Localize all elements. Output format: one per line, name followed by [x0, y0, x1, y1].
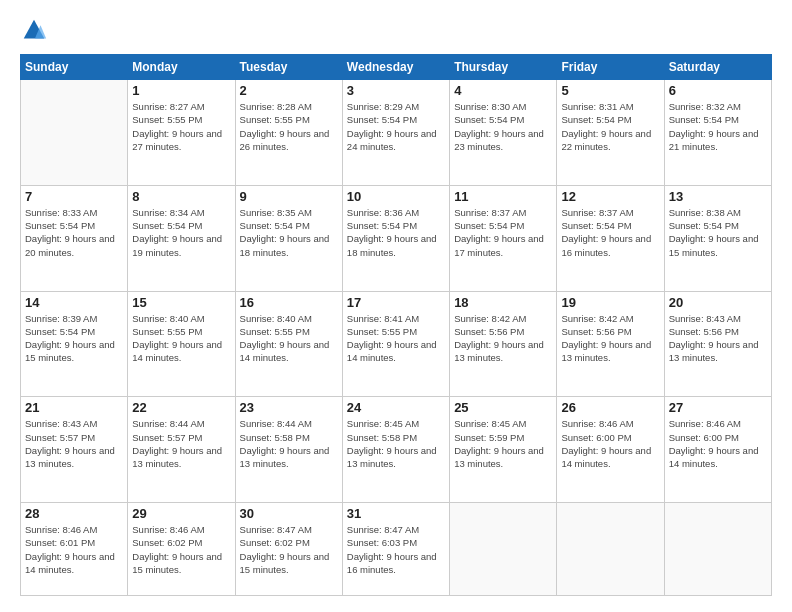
calendar-cell: 23Sunrise: 8:44 AM Sunset: 5:58 PM Dayli…: [235, 397, 342, 503]
day-info: Sunrise: 8:42 AM Sunset: 5:56 PM Dayligh…: [454, 312, 552, 365]
day-info: Sunrise: 8:47 AM Sunset: 6:02 PM Dayligh…: [240, 523, 338, 576]
calendar-cell: 28Sunrise: 8:46 AM Sunset: 6:01 PM Dayli…: [21, 503, 128, 596]
day-number: 1: [132, 83, 230, 98]
calendar-cell: 24Sunrise: 8:45 AM Sunset: 5:58 PM Dayli…: [342, 397, 449, 503]
calendar-cell: 1Sunrise: 8:27 AM Sunset: 5:55 PM Daylig…: [128, 80, 235, 186]
day-info: Sunrise: 8:46 AM Sunset: 6:02 PM Dayligh…: [132, 523, 230, 576]
day-number: 23: [240, 400, 338, 415]
day-info: Sunrise: 8:31 AM Sunset: 5:54 PM Dayligh…: [561, 100, 659, 153]
calendar-cell: [21, 80, 128, 186]
day-info: Sunrise: 8:35 AM Sunset: 5:54 PM Dayligh…: [240, 206, 338, 259]
day-info: Sunrise: 8:28 AM Sunset: 5:55 PM Dayligh…: [240, 100, 338, 153]
day-info: Sunrise: 8:45 AM Sunset: 5:58 PM Dayligh…: [347, 417, 445, 470]
logo: [20, 16, 52, 44]
day-number: 13: [669, 189, 767, 204]
day-number: 6: [669, 83, 767, 98]
day-info: Sunrise: 8:27 AM Sunset: 5:55 PM Dayligh…: [132, 100, 230, 153]
day-number: 24: [347, 400, 445, 415]
calendar-cell: 29Sunrise: 8:46 AM Sunset: 6:02 PM Dayli…: [128, 503, 235, 596]
header: [20, 16, 772, 44]
calendar-cell: 16Sunrise: 8:40 AM Sunset: 5:55 PM Dayli…: [235, 291, 342, 397]
calendar-cell: 7Sunrise: 8:33 AM Sunset: 5:54 PM Daylig…: [21, 185, 128, 291]
calendar-cell: 15Sunrise: 8:40 AM Sunset: 5:55 PM Dayli…: [128, 291, 235, 397]
day-number: 27: [669, 400, 767, 415]
calendar-cell: 25Sunrise: 8:45 AM Sunset: 5:59 PM Dayli…: [450, 397, 557, 503]
weekday-header: Thursday: [450, 55, 557, 80]
calendar-cell: 11Sunrise: 8:37 AM Sunset: 5:54 PM Dayli…: [450, 185, 557, 291]
day-number: 11: [454, 189, 552, 204]
day-info: Sunrise: 8:32 AM Sunset: 5:54 PM Dayligh…: [669, 100, 767, 153]
day-number: 5: [561, 83, 659, 98]
day-info: Sunrise: 8:41 AM Sunset: 5:55 PM Dayligh…: [347, 312, 445, 365]
day-number: 17: [347, 295, 445, 310]
day-number: 28: [25, 506, 123, 521]
day-number: 22: [132, 400, 230, 415]
day-info: Sunrise: 8:39 AM Sunset: 5:54 PM Dayligh…: [25, 312, 123, 365]
day-info: Sunrise: 8:40 AM Sunset: 5:55 PM Dayligh…: [240, 312, 338, 365]
day-info: Sunrise: 8:44 AM Sunset: 5:58 PM Dayligh…: [240, 417, 338, 470]
weekday-header: Friday: [557, 55, 664, 80]
day-info: Sunrise: 8:46 AM Sunset: 6:00 PM Dayligh…: [561, 417, 659, 470]
calendar-cell: 2Sunrise: 8:28 AM Sunset: 5:55 PM Daylig…: [235, 80, 342, 186]
day-info: Sunrise: 8:45 AM Sunset: 5:59 PM Dayligh…: [454, 417, 552, 470]
day-number: 7: [25, 189, 123, 204]
calendar-cell: 6Sunrise: 8:32 AM Sunset: 5:54 PM Daylig…: [664, 80, 771, 186]
calendar-cell: 10Sunrise: 8:36 AM Sunset: 5:54 PM Dayli…: [342, 185, 449, 291]
day-info: Sunrise: 8:40 AM Sunset: 5:55 PM Dayligh…: [132, 312, 230, 365]
weekday-header: Tuesday: [235, 55, 342, 80]
day-info: Sunrise: 8:33 AM Sunset: 5:54 PM Dayligh…: [25, 206, 123, 259]
calendar-cell: 8Sunrise: 8:34 AM Sunset: 5:54 PM Daylig…: [128, 185, 235, 291]
calendar-cell: 14Sunrise: 8:39 AM Sunset: 5:54 PM Dayli…: [21, 291, 128, 397]
calendar-cell: [450, 503, 557, 596]
calendar-cell: 31Sunrise: 8:47 AM Sunset: 6:03 PM Dayli…: [342, 503, 449, 596]
generalblue-logo-icon: [20, 16, 48, 44]
day-info: Sunrise: 8:47 AM Sunset: 6:03 PM Dayligh…: [347, 523, 445, 576]
day-number: 2: [240, 83, 338, 98]
weekday-header: Monday: [128, 55, 235, 80]
calendar-cell: 30Sunrise: 8:47 AM Sunset: 6:02 PM Dayli…: [235, 503, 342, 596]
day-info: Sunrise: 8:46 AM Sunset: 6:00 PM Dayligh…: [669, 417, 767, 470]
calendar-cell: 19Sunrise: 8:42 AM Sunset: 5:56 PM Dayli…: [557, 291, 664, 397]
day-number: 19: [561, 295, 659, 310]
calendar-cell: 12Sunrise: 8:37 AM Sunset: 5:54 PM Dayli…: [557, 185, 664, 291]
day-number: 8: [132, 189, 230, 204]
day-number: 20: [669, 295, 767, 310]
weekday-header: Wednesday: [342, 55, 449, 80]
day-info: Sunrise: 8:43 AM Sunset: 5:57 PM Dayligh…: [25, 417, 123, 470]
weekday-header: Saturday: [664, 55, 771, 80]
calendar-cell: 5Sunrise: 8:31 AM Sunset: 5:54 PM Daylig…: [557, 80, 664, 186]
calendar-cell: 18Sunrise: 8:42 AM Sunset: 5:56 PM Dayli…: [450, 291, 557, 397]
day-number: 21: [25, 400, 123, 415]
calendar-cell: 21Sunrise: 8:43 AM Sunset: 5:57 PM Dayli…: [21, 397, 128, 503]
calendar-cell: 27Sunrise: 8:46 AM Sunset: 6:00 PM Dayli…: [664, 397, 771, 503]
day-number: 3: [347, 83, 445, 98]
day-number: 16: [240, 295, 338, 310]
day-number: 15: [132, 295, 230, 310]
day-number: 31: [347, 506, 445, 521]
calendar-cell: 17Sunrise: 8:41 AM Sunset: 5:55 PM Dayli…: [342, 291, 449, 397]
weekday-header: Sunday: [21, 55, 128, 80]
day-number: 9: [240, 189, 338, 204]
day-info: Sunrise: 8:37 AM Sunset: 5:54 PM Dayligh…: [561, 206, 659, 259]
calendar-cell: 22Sunrise: 8:44 AM Sunset: 5:57 PM Dayli…: [128, 397, 235, 503]
day-info: Sunrise: 8:37 AM Sunset: 5:54 PM Dayligh…: [454, 206, 552, 259]
day-info: Sunrise: 8:44 AM Sunset: 5:57 PM Dayligh…: [132, 417, 230, 470]
calendar-cell: [557, 503, 664, 596]
page: SundayMondayTuesdayWednesdayThursdayFrid…: [0, 0, 792, 612]
day-number: 18: [454, 295, 552, 310]
day-number: 25: [454, 400, 552, 415]
calendar-cell: 26Sunrise: 8:46 AM Sunset: 6:00 PM Dayli…: [557, 397, 664, 503]
calendar-table: SundayMondayTuesdayWednesdayThursdayFrid…: [20, 54, 772, 596]
day-info: Sunrise: 8:38 AM Sunset: 5:54 PM Dayligh…: [669, 206, 767, 259]
day-info: Sunrise: 8:36 AM Sunset: 5:54 PM Dayligh…: [347, 206, 445, 259]
day-info: Sunrise: 8:42 AM Sunset: 5:56 PM Dayligh…: [561, 312, 659, 365]
day-number: 10: [347, 189, 445, 204]
day-info: Sunrise: 8:43 AM Sunset: 5:56 PM Dayligh…: [669, 312, 767, 365]
day-info: Sunrise: 8:34 AM Sunset: 5:54 PM Dayligh…: [132, 206, 230, 259]
calendar-cell: 20Sunrise: 8:43 AM Sunset: 5:56 PM Dayli…: [664, 291, 771, 397]
day-number: 29: [132, 506, 230, 521]
calendar-cell: [664, 503, 771, 596]
day-number: 12: [561, 189, 659, 204]
calendar-cell: 4Sunrise: 8:30 AM Sunset: 5:54 PM Daylig…: [450, 80, 557, 186]
day-info: Sunrise: 8:29 AM Sunset: 5:54 PM Dayligh…: [347, 100, 445, 153]
